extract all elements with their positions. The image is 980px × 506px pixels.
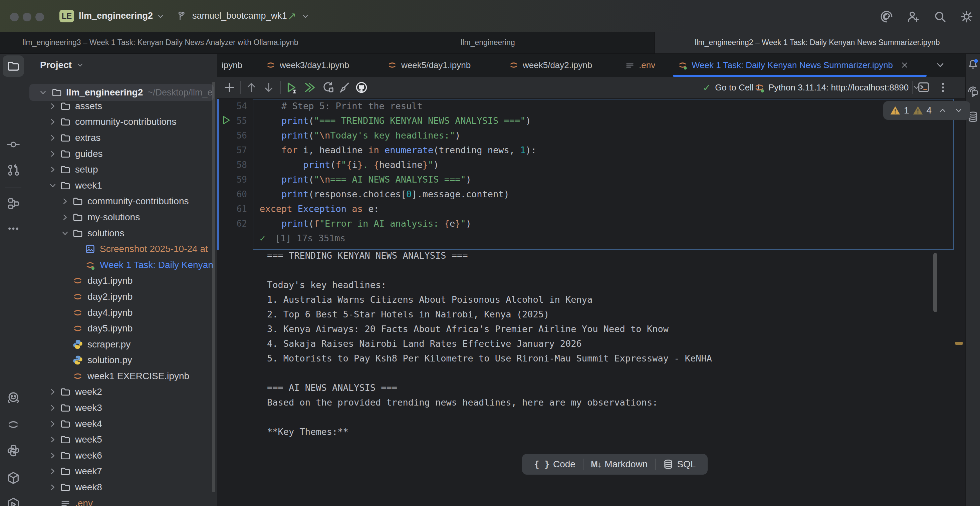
tree-item-week5[interactable]: week5 xyxy=(27,431,217,447)
jupyter-console-button[interactable] xyxy=(917,81,930,94)
window-zoom-button[interactable] xyxy=(35,13,44,21)
window-tab[interactable]: llm_engineering xyxy=(321,32,655,53)
close-tab-icon[interactable] xyxy=(900,61,909,69)
editor-tab[interactable]: week3/day1.ipynb xyxy=(261,53,376,77)
jupyter-tool-icon[interactable] xyxy=(7,418,20,431)
add-markdown-cell-button[interactable]: M↓ Markdown xyxy=(584,454,655,475)
add-code-cell-button[interactable]: { } Code xyxy=(527,454,583,475)
run-all-cells-button[interactable] xyxy=(303,81,316,94)
previous-problem-chevron-icon[interactable] xyxy=(938,105,948,116)
chevron-down-icon[interactable] xyxy=(38,88,48,97)
notebook-canvas[interactable]: 545556575859606162 # Step 5: Print the r… xyxy=(217,99,965,506)
project-tool-icon[interactable] xyxy=(7,59,20,73)
chevron-right-icon[interactable] xyxy=(45,466,60,476)
tree-item-community-contributions[interactable]: community-contributions xyxy=(27,194,217,210)
services-tool-icon[interactable] xyxy=(7,497,20,506)
window-tab[interactable]: llm_engineering2 – Week 1 Task: Daily Ke… xyxy=(655,32,980,53)
tree-item-community-contributions[interactable]: community-contributions xyxy=(27,114,217,130)
kernel-selector[interactable]: Python 3.11.14: http://localhost:8890 xyxy=(754,77,921,98)
chevron-right-icon[interactable] xyxy=(45,165,60,175)
panel-scrollbar[interactable] xyxy=(212,82,215,492)
editor-tab[interactable]: week5/day2.ipynb xyxy=(504,53,616,77)
chevron-down-icon[interactable] xyxy=(156,12,165,21)
go-to-cell-button[interactable]: ✓ Go to Cell 1 xyxy=(703,77,761,98)
more-tools-icon[interactable] xyxy=(7,222,20,235)
chevron-right-icon[interactable] xyxy=(45,133,60,143)
chevron-right-icon[interactable] xyxy=(45,450,60,461)
output-scrollbar[interactable] xyxy=(933,253,937,312)
tree-item-week1[interactable]: week1 xyxy=(27,178,217,194)
window-minimize-button[interactable] xyxy=(23,13,31,21)
move-cell-down-button[interactable] xyxy=(262,81,275,94)
tree-item-assets[interactable]: assets xyxy=(27,98,217,114)
chevron-right-icon[interactable] xyxy=(45,117,60,127)
ai-assistant-icon[interactable] xyxy=(880,10,893,23)
structure-tool-icon[interactable] xyxy=(7,197,20,210)
tree-item-week8[interactable]: week8 xyxy=(27,479,217,495)
branch-menu[interactable]: samuel_bootcamp_wk1 xyxy=(192,0,287,32)
tree-item-solution-py[interactable]: solution.py xyxy=(27,352,217,369)
python-packages-tool-icon[interactable] xyxy=(7,471,20,485)
chevron-right-icon[interactable] xyxy=(45,419,60,429)
settings-gear-icon[interactable] xyxy=(960,10,973,23)
run-line-marker-icon[interactable] xyxy=(221,115,232,126)
hidden-tabs-chevron-icon[interactable] xyxy=(935,59,946,71)
editor-tab[interactable]: Week 1 Task: Daily Kenyan News Summarize… xyxy=(673,53,927,77)
chevron-right-icon[interactable] xyxy=(45,482,60,492)
tree-item-extras[interactable]: extras xyxy=(27,130,217,146)
restart-kernel-button[interactable] xyxy=(322,81,334,94)
tree-item-scraper-py[interactable]: scraper.py xyxy=(27,336,217,352)
chevron-right-icon[interactable] xyxy=(45,101,60,111)
tree-item-week1-exercise-ipynb[interactable]: week1 EXERCISE.ipynb xyxy=(27,368,217,384)
add-cell-button[interactable] xyxy=(223,81,235,94)
chevron-down-icon[interactable] xyxy=(58,228,72,238)
tree-item-screenshot-2025-10-24-at[interactable]: Screenshot 2025-10-24 at xyxy=(27,241,217,257)
tree-item-day5-ipynb[interactable]: day5.ipynb xyxy=(27,320,217,336)
python-console-tool-icon[interactable] xyxy=(7,444,20,457)
tree-item-day1-ipynb[interactable]: day1.ipynb xyxy=(27,273,217,289)
warning-stripe-mark[interactable] xyxy=(955,342,963,345)
problems-widget[interactable]: 1 4 xyxy=(883,101,970,120)
window-tab[interactable]: llm_engineering3 – Week 1 Task: Kenyan D… xyxy=(0,32,321,53)
tree-item-day2-ipynb[interactable]: day2.ipynb xyxy=(27,289,217,305)
add-sql-cell-button[interactable]: SQL xyxy=(655,454,703,475)
chevron-right-icon[interactable] xyxy=(45,403,60,413)
chevron-right-icon[interactable] xyxy=(45,149,60,159)
ai-chat-tool-icon[interactable] xyxy=(967,86,979,98)
chevron-down-icon[interactable] xyxy=(301,12,310,21)
chevron-right-icon[interactable] xyxy=(58,196,72,206)
run-cell-button[interactable] xyxy=(285,81,298,94)
tree-item-week-1-task-daily-kenyan[interactable]: Week 1 Task: Daily Kenyan xyxy=(27,257,217,273)
pull-requests-tool-icon[interactable] xyxy=(7,164,20,177)
tree-item-day4-ipynb[interactable]: day4.ipynb xyxy=(27,305,217,321)
move-cell-up-button[interactable] xyxy=(245,81,258,94)
tree-item-week3[interactable]: week3 xyxy=(27,400,217,416)
more-options-kebab-icon[interactable] xyxy=(937,81,949,94)
chevron-right-icon[interactable] xyxy=(45,387,60,397)
huggingface-tool-icon[interactable] xyxy=(7,391,20,404)
chevron-right-icon[interactable] xyxy=(58,212,72,222)
tree-item-setup[interactable]: setup xyxy=(27,162,217,178)
editor-tab[interactable]: ipynb xyxy=(217,53,255,77)
tree-item-env[interactable]: .env xyxy=(27,495,217,506)
clear-outputs-button[interactable] xyxy=(338,81,350,94)
search-icon[interactable] xyxy=(933,10,947,23)
notifications-bell-icon[interactable] xyxy=(967,59,979,70)
project-menu[interactable]: llm_engineering2 xyxy=(79,0,153,32)
tree-item-guides[interactable]: guides xyxy=(27,146,217,162)
next-problem-chevron-icon[interactable] xyxy=(954,105,964,116)
github-button[interactable] xyxy=(355,81,368,94)
editor-tab[interactable]: week5/day1.ipynb xyxy=(382,53,497,77)
code-with-me-icon[interactable] xyxy=(907,10,920,23)
chevron-down-icon[interactable] xyxy=(45,181,60,191)
tree-item-week7[interactable]: week7 xyxy=(27,464,217,480)
tree-item-week4[interactable]: week4 xyxy=(27,416,217,432)
editor-tab[interactable]: .env xyxy=(620,53,670,77)
tree-item-week2[interactable]: week2 xyxy=(27,384,217,400)
tree-item-week6[interactable]: week6 xyxy=(27,447,217,464)
chevron-right-icon[interactable] xyxy=(45,434,60,445)
tree-item-solutions[interactable]: solutions xyxy=(27,225,217,241)
commit-tool-icon[interactable] xyxy=(7,138,20,151)
project-panel-header[interactable]: Project xyxy=(40,53,84,77)
tree-item-my-solutions[interactable]: my-solutions xyxy=(27,209,217,225)
